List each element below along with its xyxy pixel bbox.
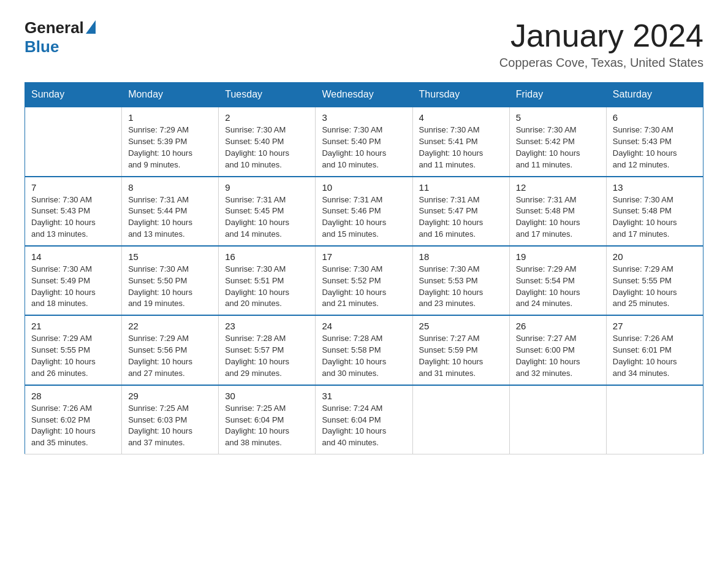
day-info: Sunrise: 7:30 AM Sunset: 5:43 PM Dayligh…: [613, 124, 697, 170]
calendar-cell: 26Sunrise: 7:27 AM Sunset: 6:00 PM Dayli…: [509, 315, 606, 385]
week-row: 14Sunrise: 7:30 AM Sunset: 5:49 PM Dayli…: [25, 246, 703, 315]
calendar-cell: 16Sunrise: 7:30 AM Sunset: 5:51 PM Dayli…: [219, 246, 316, 315]
day-number: 13: [613, 182, 697, 193]
day-info: Sunrise: 7:25 AM Sunset: 6:04 PM Dayligh…: [225, 403, 309, 449]
header-col-sunday: Sunday: [25, 83, 122, 107]
calendar-cell: 13Sunrise: 7:30 AM Sunset: 5:48 PM Dayli…: [606, 177, 703, 246]
day-number: 31: [322, 391, 406, 401]
calendar-cell: [606, 385, 703, 454]
week-row: 28Sunrise: 7:26 AM Sunset: 6:02 PM Dayli…: [25, 385, 703, 454]
day-number: 23: [225, 321, 309, 331]
header-col-thursday: Thursday: [412, 83, 509, 107]
calendar-cell: 12Sunrise: 7:31 AM Sunset: 5:48 PM Dayli…: [509, 177, 606, 246]
day-number: 12: [516, 182, 600, 193]
day-info: Sunrise: 7:25 AM Sunset: 6:03 PM Dayligh…: [128, 403, 212, 449]
day-info: Sunrise: 7:30 AM Sunset: 5:42 PM Dayligh…: [516, 124, 600, 170]
day-number: 26: [516, 321, 600, 331]
calendar-cell: 18Sunrise: 7:30 AM Sunset: 5:53 PM Dayli…: [412, 246, 509, 315]
calendar-cell: 7Sunrise: 7:30 AM Sunset: 5:43 PM Daylig…: [25, 177, 122, 246]
calendar-cell: 28Sunrise: 7:26 AM Sunset: 6:02 PM Dayli…: [25, 385, 122, 454]
week-row: 7Sunrise: 7:30 AM Sunset: 5:43 PM Daylig…: [25, 177, 703, 246]
day-info: Sunrise: 7:30 AM Sunset: 5:40 PM Dayligh…: [322, 124, 406, 170]
header-col-wednesday: Wednesday: [316, 83, 412, 107]
calendar-cell: 23Sunrise: 7:28 AM Sunset: 5:57 PM Dayli…: [219, 315, 316, 385]
day-info: Sunrise: 7:29 AM Sunset: 5:39 PM Dayligh…: [128, 124, 212, 170]
calendar-cell: 27Sunrise: 7:26 AM Sunset: 6:01 PM Dayli…: [606, 315, 703, 385]
logo-triangle-icon: [86, 20, 96, 34]
day-info: Sunrise: 7:31 AM Sunset: 5:45 PM Dayligh…: [225, 194, 309, 240]
day-info: Sunrise: 7:31 AM Sunset: 5:44 PM Dayligh…: [128, 194, 212, 240]
day-info: Sunrise: 7:30 AM Sunset: 5:50 PM Dayligh…: [128, 264, 212, 310]
calendar-cell: 3Sunrise: 7:30 AM Sunset: 5:40 PM Daylig…: [316, 107, 412, 176]
calendar-cell: 31Sunrise: 7:24 AM Sunset: 6:04 PM Dayli…: [316, 385, 412, 454]
day-info: Sunrise: 7:26 AM Sunset: 6:01 PM Dayligh…: [613, 333, 697, 379]
day-number: 24: [322, 321, 406, 331]
day-number: 28: [31, 391, 115, 401]
logo-blue-text: Blue: [25, 37, 59, 56]
day-number: 14: [31, 251, 115, 262]
calendar-cell: 8Sunrise: 7:31 AM Sunset: 5:44 PM Daylig…: [122, 177, 219, 246]
day-number: 11: [419, 182, 503, 193]
day-info: Sunrise: 7:27 AM Sunset: 5:59 PM Dayligh…: [419, 333, 503, 379]
day-number: 17: [322, 251, 406, 262]
header-col-friday: Friday: [509, 83, 606, 107]
calendar-cell: 20Sunrise: 7:29 AM Sunset: 5:55 PM Dayli…: [606, 246, 703, 315]
day-info: Sunrise: 7:29 AM Sunset: 5:55 PM Dayligh…: [31, 333, 115, 379]
main-title: January 2024: [499, 18, 703, 53]
calendar-cell: 21Sunrise: 7:29 AM Sunset: 5:55 PM Dayli…: [25, 315, 122, 385]
day-number: 29: [128, 391, 212, 401]
header-col-saturday: Saturday: [606, 83, 703, 107]
calendar-cell: [509, 385, 606, 454]
day-number: 8: [128, 182, 212, 193]
day-info: Sunrise: 7:27 AM Sunset: 6:00 PM Dayligh…: [516, 333, 600, 379]
day-info: Sunrise: 7:30 AM Sunset: 5:40 PM Dayligh…: [225, 124, 309, 170]
day-number: 5: [516, 112, 600, 123]
calendar-cell: 2Sunrise: 7:30 AM Sunset: 5:40 PM Daylig…: [219, 107, 316, 176]
day-number: 22: [128, 321, 212, 331]
calendar-cell: 6Sunrise: 7:30 AM Sunset: 5:43 PM Daylig…: [606, 107, 703, 176]
calendar-cell: 14Sunrise: 7:30 AM Sunset: 5:49 PM Dayli…: [25, 246, 122, 315]
day-number: 7: [31, 182, 115, 193]
day-info: Sunrise: 7:31 AM Sunset: 5:48 PM Dayligh…: [516, 194, 600, 240]
day-info: Sunrise: 7:24 AM Sunset: 6:04 PM Dayligh…: [322, 403, 406, 449]
calendar-table: SundayMondayTuesdayWednesdayThursdayFrid…: [25, 82, 703, 454]
day-number: 10: [322, 182, 406, 193]
calendar-cell: 9Sunrise: 7:31 AM Sunset: 5:45 PM Daylig…: [219, 177, 316, 246]
day-info: Sunrise: 7:30 AM Sunset: 5:41 PM Dayligh…: [419, 124, 503, 170]
subtitle: Copperas Cove, Texas, United States: [499, 56, 703, 70]
day-number: 6: [613, 112, 697, 123]
day-number: 21: [31, 321, 115, 331]
calendar-cell: 5Sunrise: 7:30 AM Sunset: 5:42 PM Daylig…: [509, 107, 606, 176]
week-row: 21Sunrise: 7:29 AM Sunset: 5:55 PM Dayli…: [25, 315, 703, 385]
day-info: Sunrise: 7:28 AM Sunset: 5:57 PM Dayligh…: [225, 333, 309, 379]
title-block: January 2024 Copperas Cove, Texas, Unite…: [499, 18, 703, 70]
header-col-monday: Monday: [122, 83, 219, 107]
calendar-cell: 30Sunrise: 7:25 AM Sunset: 6:04 PM Dayli…: [219, 385, 316, 454]
day-info: Sunrise: 7:30 AM Sunset: 5:43 PM Dayligh…: [31, 194, 115, 240]
day-info: Sunrise: 7:30 AM Sunset: 5:51 PM Dayligh…: [225, 264, 309, 310]
logo-general-text: General: [25, 18, 84, 37]
day-number: 3: [322, 112, 406, 123]
calendar-cell: 19Sunrise: 7:29 AM Sunset: 5:54 PM Dayli…: [509, 246, 606, 315]
header-row: SundayMondayTuesdayWednesdayThursdayFrid…: [25, 83, 703, 107]
day-number: 20: [613, 251, 697, 262]
calendar-cell: 4Sunrise: 7:30 AM Sunset: 5:41 PM Daylig…: [412, 107, 509, 176]
day-info: Sunrise: 7:29 AM Sunset: 5:55 PM Dayligh…: [613, 264, 697, 310]
day-info: Sunrise: 7:30 AM Sunset: 5:52 PM Dayligh…: [322, 264, 406, 310]
calendar-cell: [412, 385, 509, 454]
calendar-cell: 1Sunrise: 7:29 AM Sunset: 5:39 PM Daylig…: [122, 107, 219, 176]
calendar-cell: 29Sunrise: 7:25 AM Sunset: 6:03 PM Dayli…: [122, 385, 219, 454]
day-number: 2: [225, 112, 309, 123]
calendar-cell: 11Sunrise: 7:31 AM Sunset: 5:47 PM Dayli…: [412, 177, 509, 246]
day-number: 4: [419, 112, 503, 123]
header-col-tuesday: Tuesday: [219, 83, 316, 107]
day-number: 30: [225, 391, 309, 401]
calendar-cell: 17Sunrise: 7:30 AM Sunset: 5:52 PM Dayli…: [316, 246, 412, 315]
day-info: Sunrise: 7:29 AM Sunset: 5:56 PM Dayligh…: [128, 333, 212, 379]
calendar-cell: 24Sunrise: 7:28 AM Sunset: 5:58 PM Dayli…: [316, 315, 412, 385]
day-info: Sunrise: 7:31 AM Sunset: 5:47 PM Dayligh…: [419, 194, 503, 240]
week-row: 1Sunrise: 7:29 AM Sunset: 5:39 PM Daylig…: [25, 107, 703, 176]
calendar-header: SundayMondayTuesdayWednesdayThursdayFrid…: [25, 83, 703, 107]
day-number: 25: [419, 321, 503, 331]
day-info: Sunrise: 7:30 AM Sunset: 5:48 PM Dayligh…: [613, 194, 697, 240]
